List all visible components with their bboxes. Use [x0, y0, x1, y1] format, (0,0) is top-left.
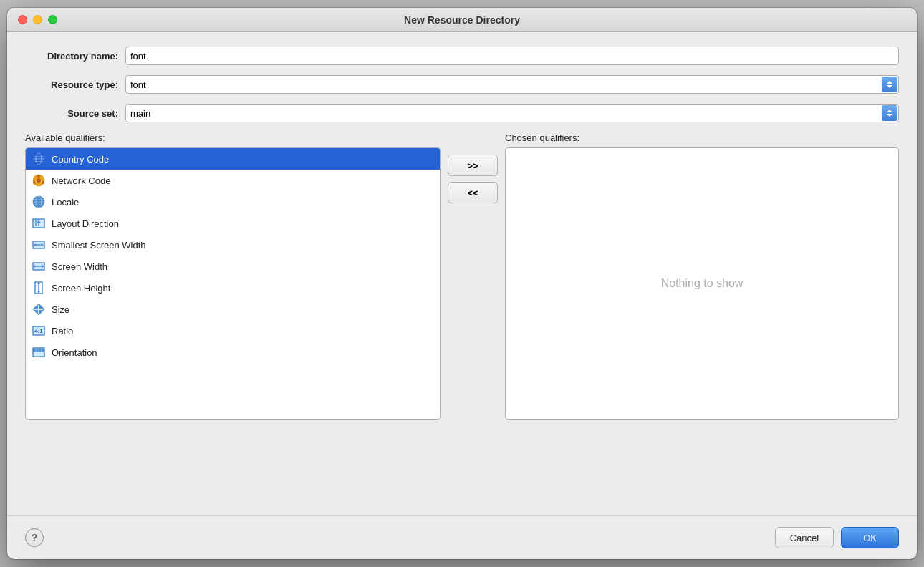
screen-width-icon	[32, 259, 46, 273]
qualifier-orientation-label: Orientation	[52, 347, 97, 358]
qualifier-ratio[interactable]: 4:1 Ratio	[26, 320, 440, 341]
chosen-qualifiers-label: Chosen qualifiers:	[505, 132, 899, 143]
qualifier-network-code[interactable]: Network Code	[26, 170, 440, 191]
qualifier-layout-direction-label: Layout Direction	[52, 218, 119, 229]
country-code-icon	[32, 152, 46, 166]
cancel-button[interactable]: Cancel	[775, 527, 834, 548]
qualifier-size[interactable]: Size	[26, 299, 440, 320]
ratio-icon: 4:1	[32, 324, 46, 338]
chosen-qualifiers-panel[interactable]: Nothing to show	[505, 147, 899, 420]
qualifier-country-code-label: Country Code	[52, 154, 109, 165]
close-button[interactable]	[18, 15, 27, 24]
qualifier-screen-width[interactable]: Screen Width	[26, 256, 440, 277]
ok-button[interactable]: OK	[841, 527, 899, 548]
source-set-wrapper: main	[125, 104, 899, 122]
qualifier-size-label: Size	[52, 304, 69, 315]
minimize-button[interactable]	[33, 15, 42, 24]
window-title: New Resource Directory	[404, 14, 520, 26]
qualifier-screen-height[interactable]: Screen Height	[26, 277, 440, 299]
resource-type-label: Resource type:	[25, 79, 118, 90]
qualifier-locale-label: Locale	[52, 197, 79, 208]
available-qualifiers-label: Available qualifiers:	[25, 132, 441, 143]
svg-line-12	[36, 182, 37, 183]
qualifier-smallest-screen-width-label: Smallest Screen Width	[52, 240, 146, 251]
qualifier-ratio-label: Ratio	[52, 326, 73, 336]
size-icon	[32, 302, 46, 316]
qualifier-locale[interactable]: Locale	[26, 191, 440, 213]
directory-name-label: Directory name:	[25, 51, 118, 62]
resource-type-row: Resource type: font	[25, 75, 899, 94]
qualifier-layout-direction[interactable]: Layout Direction	[26, 213, 440, 234]
resource-type-wrapper: font	[125, 75, 899, 94]
dialog-content: Directory name: Resource type: font Sour…	[7, 32, 917, 515]
footer-actions: Cancel OK	[775, 527, 899, 548]
qualifiers-section: Available qualifiers: Chosen qualifiers:	[25, 132, 899, 501]
available-qualifiers-list[interactable]: Country Code	[25, 147, 441, 420]
directory-name-input[interactable]	[125, 47, 899, 65]
qualifiers-labels: Available qualifiers: Chosen qualifiers:	[25, 132, 899, 143]
dialog-footer: ? Cancel OK	[7, 515, 917, 559]
svg-text:4:1: 4:1	[34, 328, 43, 334]
help-button[interactable]: ?	[25, 528, 44, 547]
source-set-label: Source set:	[25, 108, 118, 119]
directory-name-row: Directory name:	[25, 47, 899, 65]
transfer-buttons: >> <<	[441, 147, 505, 203]
screen-height-icon	[32, 281, 46, 295]
svg-point-6	[37, 178, 41, 183]
svg-point-7	[37, 175, 40, 178]
transfer-left-button[interactable]: <<	[448, 182, 498, 203]
qualifier-country-code[interactable]: Country Code	[26, 148, 440, 170]
qualifier-orientation[interactable]: Orientation	[26, 341, 440, 363]
layout-direction-icon	[32, 216, 46, 231]
qualifier-network-code-label: Network Code	[52, 175, 110, 186]
network-code-icon	[32, 173, 46, 188]
maximize-button[interactable]	[48, 15, 57, 24]
qualifier-screen-height-label: Screen Height	[52, 283, 110, 294]
qualifier-smallest-screen-width[interactable]: Smallest Screen Width	[26, 234, 440, 256]
qualifier-screen-width-label: Screen Width	[52, 261, 107, 272]
dialog-window: New Resource Directory Directory name: R…	[7, 8, 917, 559]
transfer-right-button[interactable]: >>	[448, 155, 498, 176]
source-set-select[interactable]: main	[125, 104, 899, 122]
svg-line-11	[41, 182, 42, 183]
qualifiers-main: Country Code	[25, 147, 899, 501]
window-controls	[18, 15, 57, 24]
resource-type-select[interactable]: font	[125, 75, 899, 94]
orientation-icon	[32, 345, 46, 359]
locale-icon	[32, 195, 46, 209]
smallest-screen-width-icon	[32, 238, 46, 252]
source-set-row: Source set: main	[25, 104, 899, 122]
title-bar: New Resource Directory	[7, 8, 917, 32]
nothing-to-show-label: Nothing to show	[661, 277, 743, 290]
